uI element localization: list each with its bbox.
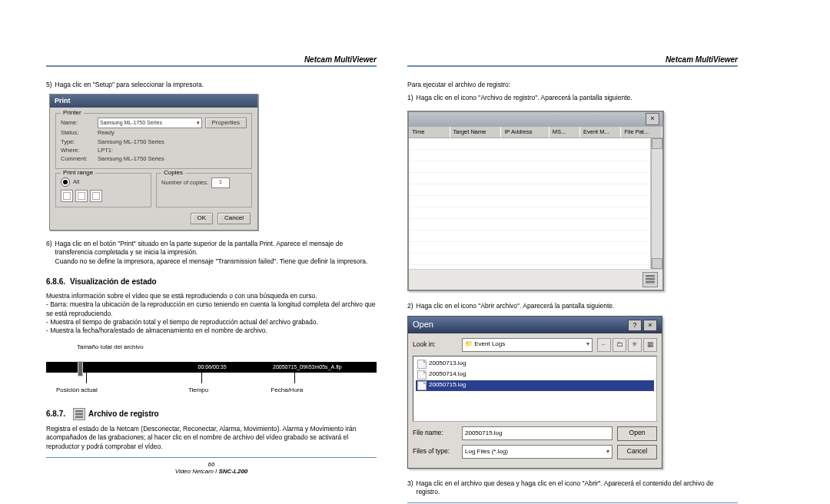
up-icon[interactable]: 🗀	[613, 338, 626, 352]
print-dialog-title: Print	[50, 94, 257, 107]
lbl-pos: Posición actual	[56, 386, 98, 395]
lbl-date: Fecha/Hora	[271, 386, 303, 395]
product-left: Video Netcam I	[175, 468, 217, 475]
help-icon[interactable]: ?	[628, 320, 642, 331]
filename-val: 20050715.log	[465, 429, 503, 438]
right-step1: Haga clic en el icono "Archivo de regist…	[417, 94, 738, 102]
filename-input[interactable]: 20050715.log	[462, 426, 613, 440]
status-figure: Tamaño total del archivo 00:06/00:35 200…	[46, 343, 377, 397]
val-status: Ready	[98, 129, 115, 137]
col-target: Target Name	[450, 127, 502, 138]
col-file: File Pat...	[621, 127, 662, 138]
col-ms: MS...	[549, 127, 580, 138]
copies-stepper[interactable]: 1	[211, 177, 230, 188]
open-log-icon[interactable]	[642, 272, 658, 287]
val-type: Samsung ML-1750 Series	[98, 138, 164, 146]
progress-track	[46, 362, 187, 373]
time-box: 00:06/00:35	[187, 362, 238, 373]
log-columns: Time Target Name IP Address MS... Event …	[409, 126, 662, 138]
file-icon	[417, 381, 427, 390]
page-left: Netcam MultiViewer 5) Haga clic en "Setu…	[46, 55, 377, 504]
opt-all: All	[73, 178, 79, 186]
group-copies: Copies	[161, 169, 185, 177]
sec686-b2: - Muestra el tiempo de grabación total y…	[46, 318, 377, 327]
cancel-button[interactable]: Cancel	[617, 445, 657, 459]
ok-button[interactable]: OK	[191, 213, 214, 224]
file-box: 20050715_09h53m05s_A.flp	[238, 362, 377, 373]
sec687-num: 6.8.7.	[46, 410, 65, 418]
cancel-button[interactable]: Cancel	[217, 213, 251, 224]
page-number-left: 66	[46, 461, 377, 468]
filetype-select[interactable]: Log Files (*.log)	[462, 445, 613, 459]
log-window: × Time Target Name IP Address MS... Even…	[407, 111, 664, 291]
open-dialog: Open ?× Look in: 📁 Event Logs ← 🗀 ✳ ▦	[407, 316, 662, 469]
lookin-label: Look in:	[413, 340, 457, 349]
right-intro: Para ejecutar el archivo de registro:	[407, 81, 738, 89]
step6-num: 6)	[46, 240, 52, 266]
lookin-select[interactable]: 📁 Event Logs	[462, 338, 593, 352]
close-icon[interactable]: ×	[646, 113, 659, 125]
right-step2: Haga clic en el icono "Abrir archivo". A…	[417, 302, 738, 310]
properties-button[interactable]: Properties	[205, 118, 247, 129]
right-step1-num: 1)	[407, 94, 413, 102]
file-icon	[417, 360, 427, 369]
status-top-label: Tamaño total del archivo	[77, 343, 144, 352]
group-printer: Printer	[61, 109, 84, 118]
group-range: Print range	[61, 169, 95, 177]
sec687-body: Registra el estado de la Netcam (Descone…	[46, 425, 377, 451]
log-icon	[73, 408, 85, 420]
lbl-comment: Comment:	[61, 155, 95, 163]
file-item: 20050713.log	[416, 359, 654, 370]
radio-all[interactable]	[61, 177, 70, 187]
print-dialog: Print Printer Name: Samsung ML-1750 Seri…	[49, 94, 258, 230]
file-icon	[417, 370, 427, 380]
sec686-intro: Muestra información sobre el vídeo que s…	[46, 292, 377, 300]
page-header-left: Netcam MultiViewer	[46, 55, 377, 67]
lbl-type: Type:	[61, 138, 95, 146]
lbl-name: Name:	[61, 119, 95, 127]
file2[interactable]: 20050714.log	[429, 370, 466, 379]
views-icon[interactable]: ▦	[643, 338, 657, 352]
file-item: 20050714.log	[416, 370, 654, 380]
scrollbar[interactable]	[651, 138, 662, 269]
val-where: LPT1:	[98, 147, 113, 154]
right-step3-num: 3)	[407, 479, 413, 497]
filetype-val: Log Files (*.log)	[465, 448, 508, 456]
col-ip: IP Address	[501, 127, 549, 138]
model-left: SNC-L200	[218, 468, 247, 475]
lookin-val: Event Logs	[474, 340, 505, 347]
doc-spread: Netcam MultiViewer 5) Haga clic en "Setu…	[0, 0, 830, 504]
lbl-time: Tiempo	[188, 386, 208, 395]
close-icon[interactable]: ×	[643, 320, 657, 331]
step6b: Cuando no se define la impresora, aparec…	[55, 257, 377, 266]
log-grid	[409, 138, 651, 269]
back-icon[interactable]: ←	[597, 338, 611, 352]
filename-label: File name:	[413, 429, 457, 437]
file3[interactable]: 20050715.log	[429, 381, 466, 390]
page-right: Netcam MultiViewer Para ejecutar el arch…	[407, 55, 738, 504]
printer-name: Samsung ML-1750 Series	[100, 119, 162, 126]
sec686-b3: - Muestra la fecha/hora/estado de almace…	[46, 327, 377, 335]
open-button[interactable]: Open	[617, 426, 657, 441]
lbl-status: Status:	[61, 129, 95, 137]
file-item-selected: 20050715.log	[416, 380, 654, 391]
col-time: Time	[409, 127, 450, 138]
open-title: Open	[413, 319, 433, 330]
step5-text: Haga clic en "Setup" para seleccionar la…	[55, 81, 377, 89]
right-step3: Haga clic en el archivo que desea y haga…	[417, 479, 738, 497]
printer-select[interactable]: Samsung ML-1750 Series	[98, 118, 202, 128]
step5-num: 5)	[46, 81, 52, 89]
filetype-label: Files of type:	[413, 447, 457, 456]
sec686-num: 6.8.6.	[46, 277, 65, 286]
collate-icons	[61, 190, 146, 202]
sec687-title: Archivo de registro	[88, 410, 159, 418]
col-event: Event M...	[580, 127, 622, 138]
lbl-where: Where:	[61, 147, 95, 154]
page-header-right: Netcam MultiViewer	[407, 55, 738, 67]
file-list[interactable]: 20050713.log 20050714.log 20050715.log	[413, 356, 657, 422]
right-step2-num: 2)	[407, 302, 413, 310]
val-comment: Samsung ML-1750 Series	[98, 155, 164, 163]
newfolder-icon[interactable]: ✳	[628, 338, 642, 352]
file1[interactable]: 20050713.log	[429, 360, 466, 368]
lbl-copies: Number of copies:	[161, 179, 208, 187]
